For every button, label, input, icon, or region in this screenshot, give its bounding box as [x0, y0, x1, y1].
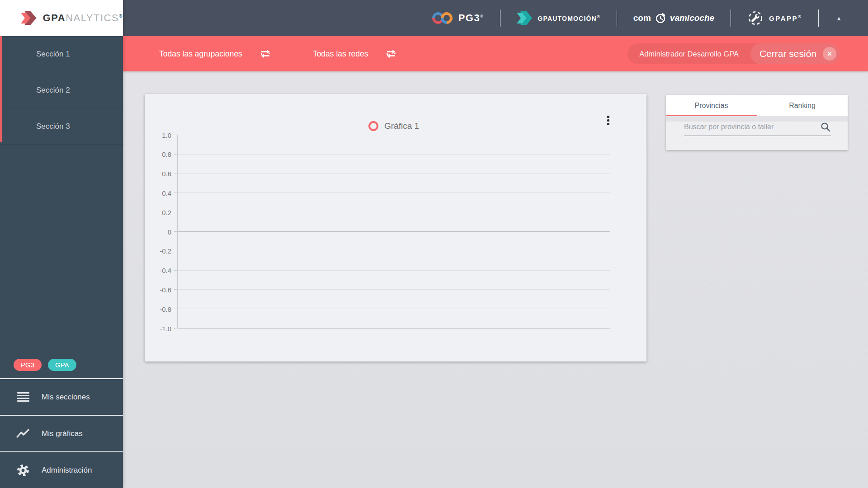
brand-com-pre-label: com [633, 13, 651, 23]
gridline: -0.4 [178, 270, 610, 271]
swap-redes-icon[interactable] [385, 49, 397, 59]
y-tick-label: 0.6 [162, 170, 171, 178]
trademark-symbol: ® [480, 14, 484, 19]
sidebar-item-label: Sección 3 [36, 122, 70, 131]
brand-gpapp-label: GPAPP [769, 14, 798, 22]
swap-agrupaciones-icon[interactable] [259, 49, 271, 59]
gpanalytics-logo-icon [21, 7, 37, 29]
sidebar-spacer [0, 145, 123, 359]
gridline: -0.8 [178, 309, 610, 309]
panel-tabs: Provincias Ranking [666, 95, 848, 116]
logout-label: Cerrar sesión [760, 48, 816, 59]
brand-gpapp: GPAPP® [747, 10, 802, 26]
sidebar-item-label: Sección 1 [36, 50, 70, 59]
sidebar-item-seccion-3[interactable]: Sección 3 [0, 108, 123, 145]
y-tick-label: -1.0 [160, 324, 171, 332]
gridline: 1.0 [178, 135, 610, 135]
brand-pg3: PG3® [432, 12, 484, 24]
clock-icon [655, 12, 666, 24]
sidebar-item-label: Sección 2 [36, 86, 70, 95]
brand-gpautomocion: GPAUTOMOCIÓN® [517, 11, 600, 25]
provinces-panel: Provincias Ranking [666, 95, 848, 150]
trademark-symbol: ® [597, 14, 600, 19]
badges-row: PG3 GPA [0, 359, 123, 378]
app-title: GPANALYTICS® [43, 12, 123, 24]
legend-series-label: Gráfica 1 [384, 121, 419, 131]
header-divider [500, 9, 500, 27]
gridline: 0.8 [178, 154, 610, 155]
user-session-pill: Administrador Desarrollo GPA Cerrar sesi… [627, 43, 840, 64]
gpapp-wrench-icon [747, 10, 764, 26]
header-divider [731, 9, 731, 27]
app-logo: GPANALYTICS® [0, 0, 123, 36]
tab-ranking[interactable]: Ranking [757, 95, 848, 116]
collapse-header-arrow-icon[interactable]: ▲ [836, 15, 842, 22]
gpautomocion-arrow-icon [517, 11, 532, 25]
gridline: 0.6 [178, 174, 610, 174]
search-field [684, 122, 831, 136]
y-tick-label: -0.8 [160, 305, 171, 313]
brand-comprovamicoche: com vamicoche [633, 12, 714, 24]
line-chart-icon [16, 429, 30, 439]
gridline: -0.2 [178, 251, 610, 251]
chart-legend-item[interactable]: Gráfica 1 [177, 121, 610, 131]
gear-icon [16, 464, 30, 477]
brand-gpautomocion-label: GPAUTOMOCIÓN [538, 14, 597, 22]
y-tick-label: -0.4 [160, 267, 171, 274]
logout-button[interactable]: Cerrar sesión × [750, 43, 840, 64]
sidebar-item-label: Mis secciones [42, 393, 90, 402]
search-input[interactable] [684, 123, 816, 131]
close-session-icon[interactable]: × [823, 47, 836, 61]
gridline: 0.2 [178, 212, 610, 212]
sidebar: GPANALYTICS® Sección 1 Sección 2 Sección… [0, 0, 123, 488]
tab-label: Provincias [695, 102, 728, 110]
app-title-light: NALYTICS [66, 12, 119, 23]
sidebar-item-seccion-1[interactable]: Sección 1 [0, 36, 123, 72]
gridline: -1.0 [178, 328, 610, 328]
search-icon[interactable] [820, 122, 831, 132]
tab-label: Ranking [789, 102, 816, 110]
sidebar-item-label: Administración [42, 466, 92, 475]
y-tick-label: 0.2 [162, 208, 171, 216]
gridline: 0.4 [178, 192, 610, 193]
app-title-bold: GPA [43, 12, 66, 23]
top-header: PG3® GPAUTOMOCIÓN® com vamicoche GPAPP® … [123, 0, 868, 36]
trademark-symbol: ® [119, 14, 123, 19]
y-tick-label: 1.0 [162, 131, 171, 139]
y-tick-label: -0.2 [160, 247, 171, 255]
sidebar-item-administracion[interactable]: Administración [0, 451, 123, 488]
tab-provincias[interactable]: Provincias [666, 95, 757, 116]
menu-list-icon [16, 392, 30, 402]
sidebar-item-mis-secciones[interactable]: Mis secciones [0, 378, 123, 415]
y-tick-label: 0.8 [162, 150, 171, 158]
gpa-badge[interactable]: GPA [48, 359, 76, 371]
plot-area: 1.00.80.60.40.20-0.2-0.4-0.6-0.8-1.0 [177, 135, 610, 328]
redes-filter[interactable]: Todas las redes [313, 49, 368, 59]
chart-card: Gráfica 1 1.00.80.60.40.20-0.2-0.4-0.6-0… [145, 94, 646, 361]
brand-pg3-label: PG3 [458, 12, 481, 23]
brand-com-post-label: vamicoche [670, 13, 714, 23]
header-divider [818, 9, 819, 27]
pg3-badge[interactable]: PG3 [14, 359, 42, 371]
user-name: Administrador Desarrollo GPA [639, 50, 739, 58]
sidebar-item-label: Mis gráficas [42, 429, 83, 438]
panel-body [666, 122, 848, 150]
y-tick-label: 0 [168, 228, 171, 235]
y-tick-label: -0.6 [160, 286, 171, 293]
pg3-infinity-icon [432, 12, 453, 24]
legend-marker-icon [368, 121, 378, 131]
gridline: -0.6 [178, 289, 610, 290]
sidebar-scroll-indicator[interactable] [0, 36, 2, 142]
header-divider [617, 9, 617, 27]
sidebar-item-seccion-2[interactable]: Sección 2 [0, 72, 123, 108]
filter-bar: Todas las agrupaciones Todas las redes A… [123, 36, 868, 71]
agrupaciones-filter[interactable]: Todas las agrupaciones [159, 49, 242, 59]
sidebar-item-mis-graficas[interactable]: Mis gráficas [0, 415, 123, 451]
gridline: 0 [178, 231, 610, 232]
trademark-symbol: ® [798, 14, 802, 19]
y-tick-label: 0.4 [162, 189, 171, 197]
